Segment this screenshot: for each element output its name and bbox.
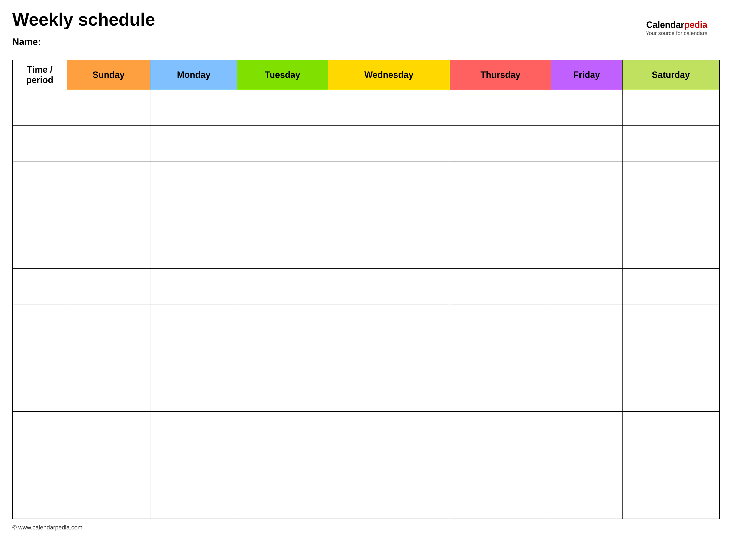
day-cell[interactable]	[67, 269, 150, 304]
day-cell[interactable]	[237, 340, 328, 376]
day-cell[interactable]	[328, 340, 450, 376]
day-cell[interactable]	[67, 126, 150, 161]
day-cell[interactable]	[150, 304, 237, 340]
day-cell[interactable]	[328, 161, 450, 197]
day-cell[interactable]	[328, 233, 450, 269]
day-cell[interactable]	[551, 412, 622, 447]
day-cell[interactable]	[450, 197, 551, 233]
day-cell[interactable]	[622, 90, 719, 126]
day-cell[interactable]	[551, 126, 622, 161]
day-cell[interactable]	[622, 233, 719, 269]
time-cell[interactable]	[13, 197, 67, 233]
day-cell[interactable]	[237, 161, 328, 197]
day-cell[interactable]	[150, 376, 237, 412]
time-cell[interactable]	[13, 161, 67, 197]
day-cell[interactable]	[237, 233, 328, 269]
day-cell[interactable]	[622, 126, 719, 161]
day-cell[interactable]	[622, 161, 719, 197]
day-cell[interactable]	[328, 269, 450, 304]
day-cell[interactable]	[237, 483, 328, 519]
day-cell[interactable]	[551, 197, 622, 233]
day-cell[interactable]	[67, 233, 150, 269]
time-cell[interactable]	[13, 447, 67, 483]
day-cell[interactable]	[237, 304, 328, 340]
day-cell[interactable]	[450, 233, 551, 269]
time-cell[interactable]	[13, 304, 67, 340]
day-cell[interactable]	[237, 447, 328, 483]
day-cell[interactable]	[150, 269, 237, 304]
day-cell[interactable]	[622, 340, 719, 376]
time-cell[interactable]	[13, 269, 67, 304]
day-cell[interactable]	[622, 304, 719, 340]
day-cell[interactable]	[67, 412, 150, 447]
day-cell[interactable]	[237, 412, 328, 447]
day-cell[interactable]	[622, 269, 719, 304]
day-cell[interactable]	[622, 447, 719, 483]
time-cell[interactable]	[13, 340, 67, 376]
day-cell[interactable]	[328, 197, 450, 233]
day-cell[interactable]	[150, 161, 237, 197]
day-cell[interactable]	[150, 126, 237, 161]
day-cell[interactable]	[67, 304, 150, 340]
day-cell[interactable]	[551, 340, 622, 376]
day-cell[interactable]	[450, 90, 551, 126]
time-cell[interactable]	[13, 126, 67, 161]
table-row	[13, 340, 719, 376]
day-cell[interactable]	[237, 197, 328, 233]
day-cell[interactable]	[328, 483, 450, 519]
time-cell[interactable]	[13, 483, 67, 519]
day-cell[interactable]	[328, 376, 450, 412]
day-cell[interactable]	[67, 447, 150, 483]
day-cell[interactable]	[67, 161, 150, 197]
day-cell[interactable]	[150, 233, 237, 269]
day-cell[interactable]	[450, 269, 551, 304]
time-cell[interactable]	[13, 376, 67, 412]
day-cell[interactable]	[450, 447, 551, 483]
time-cell[interactable]	[13, 233, 67, 269]
time-cell[interactable]	[13, 412, 67, 447]
day-cell[interactable]	[237, 376, 328, 412]
day-cell[interactable]	[551, 269, 622, 304]
day-cell[interactable]	[450, 412, 551, 447]
day-cell[interactable]	[450, 483, 551, 519]
day-cell[interactable]	[551, 90, 622, 126]
day-cell[interactable]	[328, 447, 450, 483]
day-cell[interactable]	[67, 376, 150, 412]
day-cell[interactable]	[237, 126, 328, 161]
day-cell[interactable]	[328, 126, 450, 161]
day-cell[interactable]	[67, 483, 150, 519]
day-cell[interactable]	[450, 126, 551, 161]
day-cell[interactable]	[622, 412, 719, 447]
day-cell[interactable]	[67, 197, 150, 233]
day-cell[interactable]	[150, 412, 237, 447]
header-sunday: Sunday	[67, 60, 150, 90]
day-cell[interactable]	[450, 304, 551, 340]
day-cell[interactable]	[328, 90, 450, 126]
day-cell[interactable]	[450, 161, 551, 197]
day-cell[interactable]	[551, 447, 622, 483]
day-cell[interactable]	[551, 376, 622, 412]
day-cell[interactable]	[450, 376, 551, 412]
day-cell[interactable]	[150, 197, 237, 233]
day-cell[interactable]	[622, 197, 719, 233]
time-cell[interactable]	[13, 90, 67, 126]
day-cell[interactable]	[328, 304, 450, 340]
footer: © www.calendarpedia.com	[12, 524, 720, 531]
day-cell[interactable]	[237, 269, 328, 304]
day-cell[interactable]	[551, 304, 622, 340]
day-cell[interactable]	[237, 90, 328, 126]
day-cell[interactable]	[150, 483, 237, 519]
day-cell[interactable]	[622, 376, 719, 412]
day-cell[interactable]	[622, 483, 719, 519]
day-cell[interactable]	[551, 161, 622, 197]
day-cell[interactable]	[328, 412, 450, 447]
day-cell[interactable]	[150, 90, 237, 126]
day-cell[interactable]	[450, 340, 551, 376]
day-cell[interactable]	[551, 233, 622, 269]
day-cell[interactable]	[551, 483, 622, 519]
day-cell[interactable]	[150, 447, 237, 483]
day-cell[interactable]	[67, 90, 150, 126]
day-cell[interactable]	[150, 340, 237, 376]
day-cell[interactable]	[67, 340, 150, 376]
name-label: Name:	[12, 37, 720, 47]
